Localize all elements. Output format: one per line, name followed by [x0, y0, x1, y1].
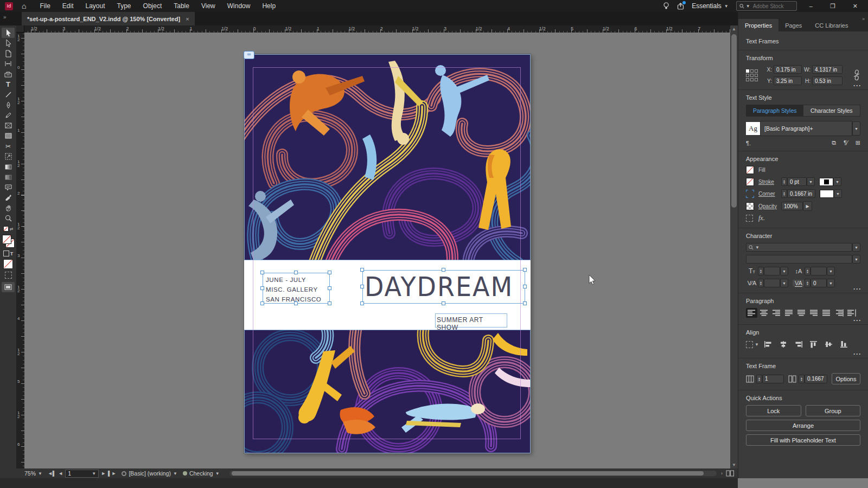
align-right-edges-button[interactable]	[793, 339, 805, 349]
corner-label[interactable]: Corner	[758, 191, 781, 197]
stroke-weight-chevron[interactable]: ▼	[807, 177, 815, 186]
inset-stepper[interactable]: ▲▼	[799, 375, 805, 383]
tracking-stepper[interactable]: ▲▼	[805, 279, 810, 287]
menu-view[interactable]: View	[195, 2, 221, 10]
menu-table[interactable]: Table	[168, 2, 195, 10]
fill-none-swatch[interactable]	[746, 166, 754, 174]
selection-handle[interactable]	[260, 271, 264, 274]
swap-fill-stroke-icon[interactable]: ⇄	[10, 227, 14, 232]
menu-type[interactable]: Type	[111, 2, 137, 10]
spread-view-icon[interactable]	[726, 470, 735, 477]
align-top-edges-button[interactable]	[808, 339, 820, 349]
y-field[interactable]: 3.25 in	[774, 76, 802, 85]
inset-field[interactable]: 0.1667	[805, 375, 827, 383]
selection-handle[interactable]	[523, 301, 527, 305]
horizontal-ruler[interactable]: 1/231/221/211/201/211/221/231/241/251/26…	[16, 25, 730, 33]
stroke-label[interactable]: Stroke	[758, 179, 781, 185]
align-more-options[interactable]: ···	[853, 351, 861, 357]
opacity-label[interactable]: Opacity	[758, 203, 781, 209]
zoom-tool[interactable]	[2, 213, 15, 223]
corner-shape-swatch[interactable]	[820, 190, 834, 198]
gradient-feather-tool[interactable]	[2, 172, 15, 182]
align-left-button[interactable]	[746, 308, 757, 318]
selection-handle[interactable]	[294, 271, 298, 274]
corner-radius-stepper[interactable]: ▲▼	[781, 189, 787, 198]
kerning-stepper[interactable]: ▲▼	[758, 279, 764, 287]
justify-all-button[interactable]	[821, 308, 832, 318]
selection-handle[interactable]	[442, 301, 445, 305]
paragraph-mark-icon[interactable]: ¶.	[746, 140, 751, 146]
columns-stepper[interactable]: ▲▼	[756, 375, 762, 383]
font-style-field[interactable]	[746, 255, 852, 264]
selection-handle[interactable]	[328, 286, 331, 290]
stroke-color-chevron[interactable]: ▼	[833, 177, 841, 186]
selection-handle[interactable]	[260, 286, 264, 290]
paragraph-style-dropdown[interactable]: [Basic Paragraph]+	[760, 121, 852, 136]
horizontal-scrollbar[interactable]	[229, 471, 717, 476]
leading-field[interactable]	[810, 267, 827, 275]
eyedropper-tool[interactable]	[2, 192, 15, 203]
selection-tool[interactable]	[2, 28, 15, 38]
font-size-stepper[interactable]: ▲▼	[758, 267, 764, 275]
formatting-affects-text-icon[interactable]: T	[10, 251, 14, 256]
zoom-level[interactable]: 75%	[24, 470, 36, 477]
stroke-weight-stepper[interactable]: ▲▼	[781, 177, 787, 186]
font-family-field[interactable]: ▼	[746, 243, 852, 252]
fill-swatch-none[interactable]	[2, 235, 11, 244]
align-center-button[interactable]	[758, 308, 770, 318]
paragraph-more-options[interactable]: ···	[853, 318, 861, 323]
tab-cc-libraries[interactable]: CC Libraries	[808, 19, 854, 31]
home-icon[interactable]: ⌂	[22, 2, 26, 10]
frame-tool[interactable]	[2, 120, 15, 131]
corner-shape-chevron[interactable]: ▼	[834, 189, 842, 198]
share-icon[interactable]	[677, 3, 684, 10]
search-input[interactable]	[752, 3, 792, 10]
close-button[interactable]: ✕	[848, 3, 863, 10]
align-left-edges-button[interactable]	[763, 339, 774, 349]
formatting-affects-container-icon[interactable]	[3, 251, 9, 256]
type-tool[interactable]: T	[2, 79, 15, 89]
text-frame-details[interactable]: JUNE - JULY MISC. GALLERY SAN FRANCISCO	[263, 273, 330, 304]
opacity-flyout-button[interactable]: ▶	[803, 201, 812, 211]
stroke-color-swatch[interactable]	[819, 178, 833, 186]
align-vertical-centers-button[interactable]	[824, 339, 835, 349]
page-number-field[interactable]: 1 ▼	[65, 470, 99, 478]
panel-expand-icon[interactable]: »	[862, 16, 865, 22]
preflight-preset[interactable]: [Basic] (working)	[129, 470, 171, 477]
selection-handle[interactable]	[360, 268, 364, 272]
align-right-button[interactable]	[771, 308, 782, 318]
fill-placeholder-button[interactable]: Fill with Placeholder Text	[746, 434, 860, 446]
selection-handle[interactable]	[328, 301, 331, 305]
fx-label[interactable]: fx.	[758, 214, 765, 222]
style-dropdown-chevron[interactable]: ▼	[852, 121, 860, 136]
menu-help[interactable]: Help	[256, 2, 282, 10]
last-page-button[interactable]: ▌►	[108, 471, 116, 476]
gap-tool[interactable]	[2, 59, 15, 69]
scroll-down-icon[interactable]: ▼	[730, 463, 738, 467]
paragraph-styles-tab[interactable]: Paragraph Styles	[746, 105, 803, 116]
close-tab-icon[interactable]: ×	[186, 16, 189, 22]
justify-left-button[interactable]	[783, 308, 795, 318]
text-frame-subtitle[interactable]: SUMMER ART SHOW	[435, 313, 507, 328]
horizontal-scroll-thumb[interactable]	[232, 471, 704, 476]
stock-search-box[interactable]: ▼	[736, 1, 797, 11]
note-tool[interactable]	[2, 182, 15, 192]
first-page-button[interactable]: ◄▌	[48, 471, 56, 476]
scroll-right-icon[interactable]: ›	[721, 471, 723, 476]
font-size-chevron[interactable]: ▼	[780, 267, 788, 275]
justify-right-button[interactable]	[808, 308, 820, 318]
toolbar-expand-icon[interactable]: »	[3, 14, 7, 20]
stroke-weight-field[interactable]: 0 pt	[787, 177, 807, 186]
line-tool[interactable]	[2, 89, 15, 100]
tab-pages[interactable]: Pages	[778, 19, 808, 31]
postcard-page[interactable]: JUNE - JULY MISC. GALLERY SAN FRANCISCO …	[244, 54, 531, 453]
hand-tool[interactable]	[2, 203, 15, 213]
character-more-options[interactable]: ···	[853, 286, 861, 292]
text-frame-title[interactable]: DAYDREAM	[362, 270, 525, 304]
font-style-chevron[interactable]: ▼	[852, 255, 860, 264]
font-family-chevron[interactable]: ▼	[852, 243, 860, 252]
menu-object[interactable]: Object	[137, 2, 168, 10]
columns-field[interactable]: 1	[762, 375, 784, 383]
gradient-swatch-tool[interactable]	[2, 162, 15, 172]
pen-tool[interactable]	[2, 100, 15, 110]
